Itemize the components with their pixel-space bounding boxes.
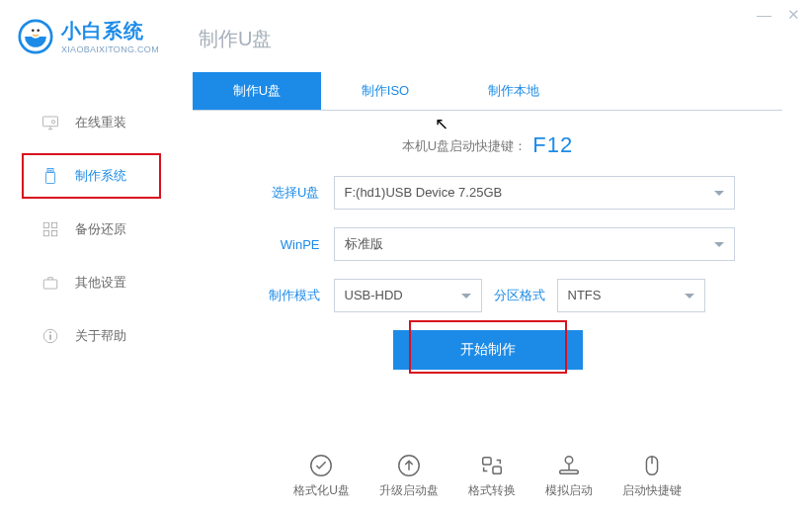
sidebar-item-about-help[interactable]: 关于帮助 bbox=[0, 309, 183, 363]
sidebar-item-online-reinstall[interactable]: 在线重装 bbox=[0, 96, 183, 149]
winpe-select[interactable]: 标准版 bbox=[334, 227, 735, 261]
simulate-boot-button[interactable]: 模拟启动 bbox=[545, 453, 593, 499]
sidebar-item-label: 在线重装 bbox=[75, 114, 126, 131]
info-icon bbox=[41, 327, 59, 345]
sidebar-item-backup-restore[interactable]: 备份还原 bbox=[0, 203, 183, 256]
usb-select-label: 选择U盘 bbox=[241, 184, 320, 202]
main-panel: 制作U盘 制作U盘 制作ISO 制作本地 ↖ 本机U盘启动快捷键：F12 选择U… bbox=[183, 0, 812, 513]
upload-circle-icon bbox=[396, 453, 422, 478]
bottom-toolbar: 格式化U盘 升级启动盘 格式转换 模拟启动 启动快捷键 bbox=[193, 445, 782, 499]
partition-label: 分区格式 bbox=[494, 287, 545, 304]
svg-rect-7 bbox=[46, 172, 55, 183]
sidebar-item-label: 关于帮助 bbox=[75, 327, 126, 345]
svg-point-5 bbox=[51, 121, 54, 124]
svg-rect-9 bbox=[50, 170, 51, 172]
tab-make-local[interactable]: 制作本地 bbox=[449, 72, 578, 110]
check-circle-icon bbox=[308, 453, 334, 478]
logo-subtitle: XIAOBAIXITONG.COM bbox=[61, 44, 159, 54]
svg-rect-6 bbox=[47, 169, 53, 173]
upgrade-boot-button[interactable]: 升级启动盘 bbox=[379, 453, 439, 499]
svg-rect-8 bbox=[49, 170, 50, 172]
tab-make-usb[interactable]: 制作U盘 bbox=[193, 72, 321, 110]
joystick-icon bbox=[556, 453, 582, 478]
chevron-down-icon bbox=[685, 294, 694, 299]
app-logo: 小白系统 XIAOBAIXITONG.COM bbox=[0, 18, 183, 66]
chevron-down-icon bbox=[461, 294, 471, 299]
svg-rect-16 bbox=[49, 335, 51, 340]
page-title: 制作U盘 bbox=[199, 26, 782, 52]
sidebar: 小白系统 XIAOBAIXITONG.COM 在线重装 制作系统 备份还原 其他… bbox=[0, 0, 183, 513]
grid-icon bbox=[41, 220, 59, 238]
minimize-button[interactable]: — bbox=[757, 6, 771, 24]
close-button[interactable]: ✕ bbox=[787, 6, 800, 24]
start-make-button[interactable]: 开始制作 bbox=[393, 330, 583, 370]
boot-key: F12 bbox=[532, 132, 573, 157]
usb-icon bbox=[41, 167, 59, 185]
svg-rect-10 bbox=[43, 222, 48, 227]
svg-point-22 bbox=[565, 457, 572, 464]
svg-point-3 bbox=[37, 29, 40, 32]
svg-rect-11 bbox=[52, 222, 57, 227]
boot-shortcut-button[interactable]: 启动快捷键 bbox=[622, 453, 682, 499]
svg-rect-13 bbox=[52, 231, 57, 236]
logo-icon bbox=[18, 19, 53, 54]
svg-rect-17 bbox=[49, 332, 51, 334]
sidebar-item-label: 备份还原 bbox=[75, 220, 126, 238]
sidebar-item-other-settings[interactable]: 其他设置 bbox=[0, 256, 183, 309]
mouse-icon bbox=[639, 453, 665, 478]
tabs: 制作U盘 制作ISO 制作本地 bbox=[193, 72, 782, 111]
chevron-down-icon bbox=[714, 191, 724, 196]
format-usb-button[interactable]: 格式化U盘 bbox=[293, 453, 350, 499]
mode-select[interactable]: USB-HDD bbox=[334, 279, 482, 312]
chevron-down-icon bbox=[714, 242, 724, 247]
svg-point-2 bbox=[32, 29, 35, 32]
swap-icon bbox=[479, 453, 505, 478]
cursor-icon: ↖ bbox=[435, 114, 448, 134]
svg-rect-20 bbox=[483, 458, 491, 465]
svg-rect-12 bbox=[43, 231, 48, 236]
svg-rect-21 bbox=[493, 467, 501, 473]
sidebar-item-label: 其他设置 bbox=[75, 274, 126, 292]
boot-key-hint: 本机U盘启动快捷键：F12 bbox=[193, 132, 782, 158]
winpe-label: WinPE bbox=[241, 237, 320, 252]
sidebar-item-label: 制作系统 bbox=[75, 167, 126, 185]
svg-rect-4 bbox=[43, 117, 58, 127]
partition-select[interactable]: NTFS bbox=[557, 279, 705, 312]
sidebar-item-make-system[interactable]: 制作系统 bbox=[0, 149, 183, 203]
convert-format-button[interactable]: 格式转换 bbox=[468, 453, 516, 499]
usb-select[interactable]: F:(hd1)USB Device 7.25GB bbox=[334, 176, 735, 210]
mode-label: 制作模式 bbox=[241, 287, 320, 304]
logo-title: 小白系统 bbox=[61, 18, 159, 44]
monitor-icon bbox=[41, 114, 59, 131]
svg-rect-14 bbox=[43, 280, 57, 289]
tab-make-iso[interactable]: 制作ISO bbox=[321, 72, 449, 110]
briefcase-icon bbox=[41, 274, 59, 292]
